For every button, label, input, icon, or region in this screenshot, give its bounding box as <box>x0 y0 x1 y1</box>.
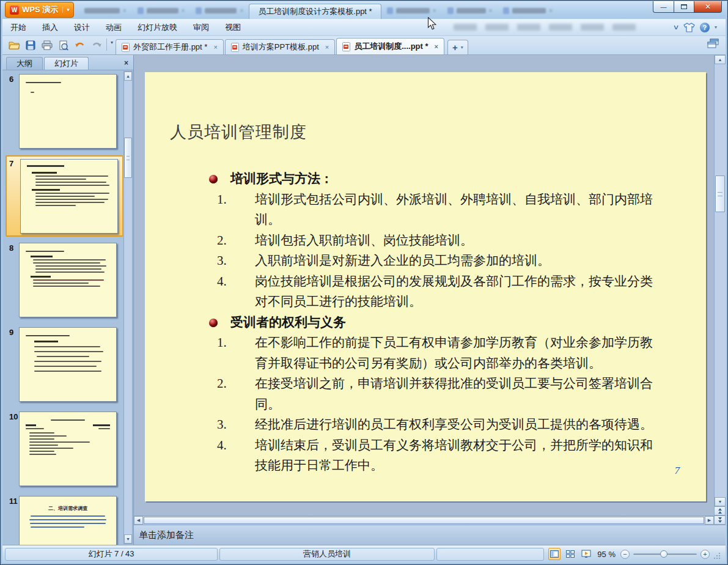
slide-body[interactable]: 培训形式与方法： 培训形式包括公司内训、外派培训、外聘培训、自我培训、部门内部培… <box>208 169 661 476</box>
current-slide[interactable]: 人员培训管理制度 培训形式与方法： 培训形式包括公司内训、外派培训、外聘培训、自… <box>145 72 706 501</box>
new-tab-dropdown-icon[interactable]: ▾ <box>461 45 463 50</box>
menu-home[interactable]: 开始 <box>2 20 34 35</box>
slide-number: 9 <box>9 328 13 337</box>
tab-close-icon[interactable]: × <box>325 43 329 51</box>
open-folder-icon <box>9 40 20 50</box>
list-item: 经批准后进行培训的员工有权利享受公司为受训员工提供的各项待遇。 <box>208 415 661 435</box>
notes-area[interactable]: 单击添加备注 <box>134 525 726 545</box>
slide-thumbnail-6[interactable]: 6 <box>2 73 123 157</box>
list-item: 培训形式包括公司内训、外派培训、外聘培训、自我培训、部门内部培训。 <box>208 190 661 231</box>
slide-sorter-view-button[interactable] <box>564 548 576 560</box>
tab-close-icon[interactable]: × <box>213 43 217 51</box>
scrollbar-thumb[interactable] <box>715 175 725 212</box>
save-button[interactable] <box>23 38 38 53</box>
doc-tab-active[interactable]: 员工培训制度....ppt * × <box>336 38 444 54</box>
vertical-scrollbar[interactable]: ▲ ▼ <box>714 55 726 506</box>
wps-menu-button[interactable]: W WPS 演示 ▾ <box>5 2 74 18</box>
thumbnail-list: 6 7 <box>2 71 123 545</box>
save-floppy-icon <box>26 40 35 50</box>
print-preview-button[interactable] <box>56 38 71 53</box>
scroll-down-icon[interactable]: ▼ <box>715 497 726 506</box>
panel-close-icon[interactable]: × <box>124 59 128 67</box>
scroll-up-icon[interactable]: ▲ <box>715 55 726 64</box>
scroll-right-icon[interactable]: ▶ <box>705 516 714 525</box>
skin-tshirt-icon[interactable] <box>683 23 695 32</box>
scroll-up-icon[interactable]: ▲ <box>124 72 132 81</box>
print-button[interactable] <box>40 38 54 53</box>
help-dropdown-icon[interactable]: ▾ <box>715 24 717 30</box>
slide-canvas[interactable]: 人员培训管理制度 培训形式与方法： 培训形式包括公司内训、外派培训、外聘培训、自… <box>134 55 714 515</box>
quick-access-toolbar: ▾ <box>2 36 116 54</box>
help-icon[interactable]: ? <box>700 23 710 32</box>
doc-tab-1[interactable]: 外贸部工作手册.ppt * × <box>116 39 224 54</box>
list-item: 岗位技能培训是根据公司的发展规划及各部门工作的需求，按专业分类对不同员工进行的技… <box>208 271 661 312</box>
scroll-down-icon[interactable]: ▼ <box>124 534 132 544</box>
slide-8-preview <box>19 243 117 317</box>
slide-section-1: 培训形式与方法： 培训形式包括公司内训、外派培训、外聘培训、自我培训、部门内部培… <box>208 169 661 312</box>
minimize-icon: — <box>661 4 667 10</box>
slide-11-title: 二、培训需求调查 <box>26 505 110 512</box>
thumbnail-scrollbar[interactable]: ▲ ▼ <box>123 71 133 544</box>
horizontal-scrollbar[interactable]: ◀ ▶ <box>134 515 714 525</box>
titlebar-tab-blurred[interactable]: × <box>79 4 132 17</box>
slide-6-preview <box>19 74 117 149</box>
active-window-title: 员工培训制度设计方案模板.ppt * <box>258 6 372 17</box>
next-slide-button[interactable] <box>714 515 726 525</box>
chevron-down-icon[interactable]: ▾ <box>62 7 70 13</box>
menu-design[interactable]: 设计 <box>66 20 98 35</box>
zoom-slider-handle[interactable] <box>660 550 667 558</box>
previous-slide-button[interactable] <box>714 506 726 515</box>
normal-view-icon <box>550 550 559 558</box>
menu-slideshow[interactable]: 幻灯片放映 <box>130 20 185 35</box>
titlebar-tab-blurred[interactable]: × <box>498 4 558 17</box>
zoom-in-button[interactable]: + <box>700 550 710 559</box>
ppt-file-icon <box>231 43 239 52</box>
scrollbar-thumb[interactable] <box>124 138 132 178</box>
titlebar-tab-blurred[interactable]: × <box>132 4 191 17</box>
tab-close-icon[interactable]: × <box>435 43 438 50</box>
scrollbar-thumb[interactable] <box>144 517 704 524</box>
minimize-button[interactable]: — <box>653 1 674 13</box>
undo-button[interactable] <box>73 38 87 53</box>
slide-thumbnail-11[interactable]: 11 二、培训需求调查 <box>2 495 123 545</box>
slide-number: 11 <box>9 497 18 506</box>
tab-slides-label: 幻灯片 <box>54 58 78 69</box>
slide-thumbnail-8[interactable]: 8 <box>2 242 123 326</box>
titlebar-tab-blurred[interactable]: × <box>442 4 498 17</box>
slide-number: 7 <box>9 159 13 168</box>
resize-grip[interactable] <box>713 552 721 559</box>
zoom-out-button[interactable]: − <box>620 550 630 559</box>
titlebar-tab-blurred[interactable]: × <box>381 4 442 17</box>
titlebar-tab-active[interactable]: 员工培训制度设计方案模板.ppt * <box>249 4 381 19</box>
tab-outline[interactable]: 大纲 <box>6 57 43 70</box>
statusbar-spacer <box>436 548 544 561</box>
toolbar-options-icon[interactable]: ▾ <box>111 40 113 45</box>
titlebar-tab-blurred[interactable]: × <box>190 4 249 17</box>
new-tab-button[interactable]: + ▾ <box>447 40 468 54</box>
redo-button[interactable] <box>89 38 104 53</box>
slideshow-button[interactable] <box>580 548 592 560</box>
menu-animation[interactable]: 动画 <box>98 20 130 35</box>
slide-thumbnail-7-selected[interactable]: 7 <box>2 157 123 242</box>
menu-view[interactable]: 视图 <box>217 20 249 35</box>
slide-thumbnail-10[interactable]: 10 <box>2 410 123 495</box>
menu-review[interactable]: 审阅 <box>185 20 217 35</box>
slide-thumbnail-9[interactable]: 9 <box>2 326 123 410</box>
slide-10-preview <box>19 412 117 486</box>
normal-view-button[interactable] <box>548 548 561 560</box>
section-heading: 受训者的权利与义务 <box>208 312 661 333</box>
arrange-windows-button[interactable] <box>707 39 719 51</box>
doc-tab-2[interactable]: 培训方案PPT模板.ppt × <box>225 39 335 54</box>
scroll-left-icon[interactable]: ◀ <box>134 516 143 525</box>
list-item: 在接受培训之前，申请培训并获得批准的受训员工要与公司签署培训合同。 <box>208 374 661 415</box>
collapse-ribbon-icon[interactable]: ∨ <box>672 23 679 31</box>
zoom-level: 95 % <box>597 550 616 559</box>
maximize-button[interactable] <box>674 1 694 13</box>
slide-panel: 大纲 幻灯片 × 6 7 <box>2 55 134 545</box>
slide-title[interactable]: 人员培训管理制度 <box>170 121 307 143</box>
menu-insert[interactable]: 插入 <box>34 20 66 35</box>
open-button[interactable] <box>7 38 21 53</box>
zoom-slider[interactable] <box>633 553 697 555</box>
tab-slides[interactable]: 幻灯片 <box>44 57 89 70</box>
close-button[interactable]: ✕ <box>694 1 722 13</box>
